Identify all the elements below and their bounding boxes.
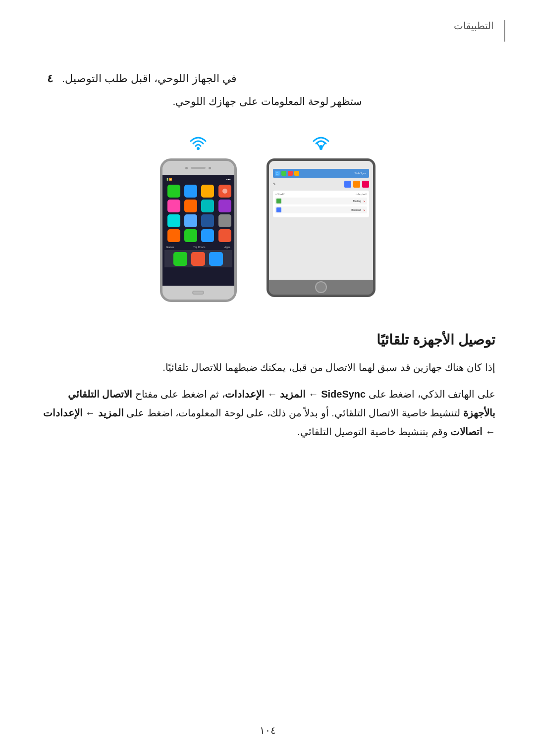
tablet-list-header: التطبيقات ٢ اتصالات <box>275 193 367 196</box>
dock-icon-2 <box>191 252 205 266</box>
tablet-device: SideSync □ <box>267 158 375 297</box>
app-grid <box>164 184 232 243</box>
app-icon-13 <box>218 229 231 242</box>
section-title: توصيل الأجهزة تلقائيًا <box>40 332 495 348</box>
step-4-row: في الجهاز اللوحي، اقبل طلب التوصيل. ٤ <box>40 69 495 88</box>
header-section: التطبيقات <box>454 20 505 42</box>
step-4-text: في الجهاز اللوحي، اقبل طلب التوصيل. <box>62 69 237 88</box>
dock-icon-3 <box>173 252 187 266</box>
svg-point-0 <box>320 147 322 150</box>
app-icon-12 <box>167 214 180 227</box>
step-4-sub-text: ستظهر لوحة المعلومات على جهازك اللوحي. <box>40 93 495 110</box>
app-icon-3 <box>184 185 197 198</box>
tablet-wifi-icon <box>306 130 336 154</box>
svg-point-1 <box>197 147 200 150</box>
dock-icon-1 <box>209 252 223 266</box>
step-4-number: ٤ <box>47 72 53 85</box>
more-label-2: المزيد <box>98 407 124 418</box>
devices-illustration: SideSync □ <box>40 130 495 302</box>
app-icon-9 <box>218 214 231 227</box>
phone-home-button <box>192 291 204 295</box>
page-category-label: التطبيقات <box>454 20 494 32</box>
app-icon-8 <box>167 200 180 212</box>
app-icon-11 <box>184 214 197 227</box>
content-area: في الجهاز اللوحي، اقبل طلب التوصيل. ٤ ست… <box>40 20 495 441</box>
auto-connect-section: توصيل الأجهزة تلقائيًا إذا كان هناك جهاز… <box>40 332 495 441</box>
phone-device-wrapper: ●●● 📶🔋 <box>160 130 237 302</box>
tablet-device-wrapper: SideSync □ <box>267 130 375 297</box>
paragraph-2: على الهاتف الذكي، اضغط على SideSync ← ال… <box>40 385 495 441</box>
more-label-1: المزيد <box>280 389 306 400</box>
tablet-icon-row: ✎ <box>273 180 369 189</box>
page-number: ١٠٤ <box>260 724 276 736</box>
app-icon-10 <box>201 214 214 227</box>
app-icon-5 <box>218 200 231 212</box>
tablet-list-item-1: ✕ Mailing <box>275 198 367 204</box>
phone-bottom-bar <box>162 286 234 300</box>
tablet-home-button <box>315 281 327 293</box>
app-icon-14 <box>201 229 214 242</box>
app-icon-2 <box>201 185 214 198</box>
app-icon-15 <box>184 229 197 242</box>
app-icon-16 <box>167 229 180 242</box>
page-container: التطبيقات في الجهاز اللوحي، اقبل طلب الت… <box>0 0 535 756</box>
settings-label-1: الإعدادات <box>225 389 265 400</box>
sidesync-label: SideSync <box>321 389 366 400</box>
tablet-list-item-2: ✕ Minecraft <box>275 206 367 213</box>
tablet-top-bar: SideSync □ <box>273 169 369 178</box>
phone-screen: ●●● 📶🔋 <box>162 175 234 286</box>
connections-label: اتصالات <box>450 426 482 437</box>
svg-point-2 <box>222 189 227 194</box>
app-icon-6 <box>201 200 214 212</box>
phone-top-bar <box>162 161 234 175</box>
phone-device: ●●● 📶🔋 <box>160 158 237 302</box>
auto-connect-label: الاتصال التلقائي <box>68 389 133 400</box>
app-icon-4 <box>167 185 180 198</box>
tablet-screen: SideSync □ <box>269 161 373 280</box>
phone-status-bar: ●●● 📶🔋 <box>164 177 232 182</box>
phone-wifi-icon <box>183 130 213 154</box>
phone-dock <box>164 250 232 267</box>
paragraph-1: إذا كان هناك جهازين قد سبق لهما الاتصال … <box>40 358 495 377</box>
app-icon-7 <box>184 200 197 212</box>
devices-label: بالأجهزة <box>463 407 495 418</box>
app-icon-1 <box>218 185 231 198</box>
tablet-home-area <box>269 280 373 295</box>
settings-label-2: الإعدادات <box>43 407 83 418</box>
tablet-list-area: التطبيقات ٢ اتصالات ✕ Mailing ✕ Minecraf… <box>273 191 369 217</box>
